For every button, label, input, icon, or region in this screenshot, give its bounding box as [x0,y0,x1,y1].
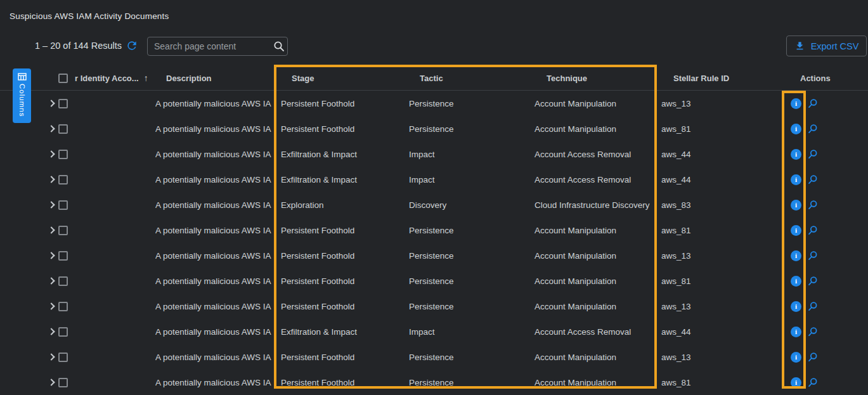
refresh-icon[interactable] [126,39,138,52]
table-body: A potentially malicious AWS IA Persisten… [0,91,868,395]
row-checkbox[interactable] [58,327,68,337]
magnifier-icon[interactable] [807,174,818,185]
row-checkbox[interactable] [58,150,68,159]
search-box [147,37,288,56]
cell-description: A potentially malicious AWS IA [155,99,275,108]
expand-row-icon[interactable] [48,176,55,183]
info-icon[interactable]: i [791,98,801,109]
info-icon[interactable]: i [791,276,801,287]
cell-technique: Account Manipulation [529,276,656,286]
row-checkbox[interactable] [58,378,68,387]
cell-description: A potentially malicious AWS IA [155,175,275,185]
expand-row-icon[interactable] [48,150,55,157]
cell-description: A potentially malicious AWS IA [155,226,275,235]
row-checkbox[interactable] [58,226,68,235]
export-csv-button[interactable]: Export CSV [786,36,867,56]
cell-tactic: Impact [403,175,529,185]
cell-technique: Account Access Removal [529,327,656,337]
cell-technique: Account Access Removal [529,150,656,159]
expand-row-icon[interactable] [48,252,55,259]
header-stellar-rule-id[interactable]: Stellar Rule ID [656,74,783,83]
magnifier-icon[interactable] [807,149,818,160]
cell-stellar-rule-id: aws_44 [656,175,783,185]
select-all-checkbox[interactable] [58,74,68,83]
info-icon[interactable]: i [791,327,801,337]
cell-technique: Account Manipulation [529,353,656,362]
cell-technique: Account Access Removal [529,175,656,185]
magnifier-icon[interactable] [807,250,818,261]
cell-stage: Persistent Foothold [275,124,403,134]
cell-tactic: Persistence [403,226,529,235]
magnifier-icon[interactable] [807,200,818,210]
header-technique[interactable]: Technique [529,74,656,83]
magnifier-icon[interactable] [807,225,818,236]
magnifier-icon[interactable] [807,301,818,312]
expand-row-icon[interactable] [48,201,55,208]
cell-description: A potentially malicious AWS IA [155,327,275,337]
cell-description: A potentially malicious AWS IA [155,378,275,387]
expand-row-icon[interactable] [48,226,55,233]
results-count: 1 – 20 of 144 Results [35,41,122,51]
row-checkbox[interactable] [58,251,68,261]
cell-stellar-rule-id: aws_13 [656,251,783,261]
magnifier-icon[interactable] [807,98,818,109]
toolbar: 1 – 20 of 144 Results Export CSV [0,36,868,57]
cell-stage: Persistent Foothold [275,378,403,387]
row-checkbox[interactable] [58,302,68,311]
expand-row-icon[interactable] [48,277,55,284]
cell-tactic: Discovery [403,200,529,210]
info-icon[interactable]: i [791,377,801,388]
cell-stage: Exfiltration & Impact [275,175,403,185]
magnifier-icon[interactable] [807,124,818,134]
cell-technique: Account Manipulation [529,124,656,134]
row-checkbox[interactable] [58,175,68,185]
table-row: A potentially malicious AWS IA Persisten… [0,344,868,370]
info-icon[interactable]: i [791,250,801,261]
cell-stellar-rule-id: aws_83 [656,200,783,210]
cell-stellar-rule-id: aws_13 [656,302,783,311]
sort-ascending-icon[interactable]: ↑ [144,73,148,83]
info-icon[interactable]: i [791,200,801,210]
magnifier-icon[interactable] [807,327,818,337]
header-stage[interactable]: Stage [275,74,403,83]
page-title: Suspicious AWS IAM Activity Documents [10,11,169,21]
cell-tactic: Persistence [403,99,529,108]
info-icon[interactable]: i [791,225,801,236]
row-checkbox[interactable] [58,276,68,286]
cell-stage: Persistent Foothold [275,251,403,261]
expand-row-icon[interactable] [48,379,55,385]
header-tactic[interactable]: Tactic [403,74,529,83]
header-description[interactable]: Description [155,74,275,83]
columns-button[interactable]: Columns [13,68,31,123]
info-icon[interactable]: i [791,301,801,312]
table-row: A potentially malicious AWS IA Persisten… [0,370,868,395]
cell-technique: Cloud Infrastructure Discovery [529,200,656,210]
cell-tactic: Impact [403,150,529,159]
info-icon[interactable]: i [791,124,801,134]
search-input[interactable] [148,41,273,51]
cell-technique: Account Manipulation [529,99,656,108]
magnifier-icon[interactable] [807,276,818,287]
magnifier-icon[interactable] [807,352,818,363]
info-icon[interactable]: i [791,352,801,363]
header-identity-account[interactable]: r Identity Acco... [75,74,139,83]
expand-row-icon[interactable] [48,125,55,132]
cell-tactic: Persistence [403,276,529,286]
row-checkbox[interactable] [58,99,68,108]
cell-stage: Persistent Foothold [275,99,403,108]
search-icon[interactable] [273,40,285,53]
expand-row-icon[interactable] [48,353,55,360]
row-checkbox[interactable] [58,124,68,134]
expand-row-icon[interactable] [48,302,55,309]
cell-stellar-rule-id: aws_13 [656,99,783,108]
expand-row-icon[interactable] [48,328,55,335]
row-checkbox[interactable] [58,200,68,210]
expand-row-icon[interactable] [48,100,55,107]
row-checkbox[interactable] [58,353,68,362]
cell-tactic: Persistence [403,302,529,311]
cell-technique: Account Manipulation [529,251,656,261]
cell-description: A potentially malicious AWS IA [155,276,275,286]
info-icon[interactable]: i [791,149,801,160]
info-icon[interactable]: i [791,174,801,185]
magnifier-icon[interactable] [807,377,818,388]
